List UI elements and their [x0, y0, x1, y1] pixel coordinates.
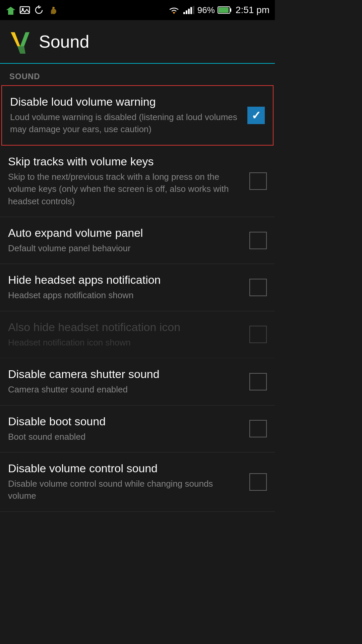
setting-subtitle-0: Loud volume warning is disabled (listeni… — [10, 111, 241, 136]
page-title: Sound — [39, 32, 89, 52]
checkbox-disable-volume-control-sound[interactable] — [249, 473, 267, 491]
setting-subtitle-2: Default volume panel behaviour — [8, 242, 243, 254]
setting-title-5: Disable camera shutter sound — [8, 368, 243, 381]
setting-title-6: Disable boot sound — [8, 415, 243, 428]
setting-subtitle-4: Headset notification icon shown — [8, 336, 243, 348]
llama-icon — [48, 5, 58, 15]
battery-percent: 96% — [197, 5, 215, 15]
setting-subtitle-3: Headset apps notification shown — [8, 289, 243, 301]
status-bar: 96% 2:51 pm — [0, 0, 275, 20]
image-icon — [19, 5, 30, 15]
setting-title-7: Disable volume control sound — [8, 462, 243, 475]
refresh-icon — [34, 5, 44, 15]
setting-disable-loud-volume-warning[interactable]: Disable loud volume warning Loud volume … — [1, 85, 274, 146]
setting-hide-headset-apps-notification[interactable]: Hide headset apps notification Headset a… — [0, 264, 275, 311]
setting-title-2: Auto expand volume panel — [8, 226, 243, 239]
app-logo — [8, 30, 32, 54]
wifi-down-icon — [5, 5, 16, 15]
setting-auto-expand-volume-panel[interactable]: Auto expand volume panel Default volume … — [0, 217, 275, 264]
checkbox-disable-boot-sound[interactable] — [249, 420, 267, 437]
svg-rect-13 — [190, 7, 192, 14]
svg-rect-14 — [193, 6, 194, 14]
section-header: SOUND — [0, 64, 275, 85]
setting-text-disable-volume-control-sound: Disable volume control sound Disable vol… — [8, 462, 249, 502]
setting-disable-camera-shutter-sound[interactable]: Disable camera shutter sound Camera shut… — [0, 358, 275, 405]
setting-subtitle-7: Disable volume control sound while chang… — [8, 478, 243, 502]
svg-rect-10 — [183, 12, 185, 14]
setting-skip-tracks-volume-keys[interactable]: Skip tracks with volume keys Skip to the… — [0, 146, 275, 217]
setting-text-disable-loud-volume-warning: Disable loud volume warning Loud volume … — [10, 95, 247, 136]
svg-rect-16 — [230, 8, 231, 12]
setting-text-skip-tracks: Skip tracks with volume keys Skip to the… — [8, 155, 249, 207]
svg-rect-11 — [186, 10, 187, 14]
svg-rect-7 — [54, 11, 55, 14]
wifi-icon — [168, 5, 180, 15]
setting-text-also-hide-headset: Also hide headset notification icon Head… — [8, 321, 249, 348]
svg-rect-6 — [51, 11, 52, 14]
setting-disable-volume-control-sound[interactable]: Disable volume control sound Disable vol… — [0, 452, 275, 512]
setting-text-disable-camera-shutter: Disable camera shutter sound Camera shut… — [8, 368, 249, 395]
svg-rect-17 — [219, 7, 229, 13]
setting-title-4: Also hide headset notification icon — [8, 321, 243, 334]
status-time: 2:51 pm — [236, 5, 269, 15]
setting-also-hide-headset-notification-icon: Also hide headset notification icon Head… — [0, 311, 275, 358]
settings-list: Disable loud volume warning Loud volume … — [0, 85, 275, 512]
battery-icon — [218, 6, 232, 14]
setting-text-auto-expand: Auto expand volume panel Default volume … — [8, 226, 249, 254]
checkbox-also-hide-headset — [249, 326, 267, 343]
svg-rect-12 — [188, 9, 190, 14]
svg-point-8 — [53, 7, 55, 8]
svg-marker-9 — [173, 12, 175, 14]
setting-title-1: Skip tracks with volume keys — [8, 155, 243, 168]
status-bar-notifications — [5, 5, 58, 15]
setting-subtitle-1: Skip to the next/previous track with a l… — [8, 171, 243, 207]
signal-icon — [183, 5, 195, 15]
checkbox-hide-headset-apps[interactable] — [249, 279, 267, 296]
status-bar-system: 96% 2:51 pm — [168, 5, 269, 15]
setting-title-3: Hide headset apps notification — [8, 273, 243, 286]
checkbox-disable-camera-shutter[interactable] — [249, 373, 267, 390]
checkbox-auto-expand[interactable] — [249, 232, 267, 249]
checkbox-skip-tracks[interactable] — [249, 172, 267, 190]
setting-subtitle-5: Camera shutter sound enabled — [8, 383, 243, 395]
checkbox-disable-loud-volume-warning[interactable] — [247, 107, 265, 124]
setting-text-hide-headset-apps: Hide headset apps notification Headset a… — [8, 273, 249, 301]
app-header: Sound — [0, 20, 275, 64]
setting-title-0: Disable loud volume warning — [10, 95, 241, 108]
setting-subtitle-6: Boot sound enabled — [8, 431, 243, 443]
setting-text-disable-boot-sound: Disable boot sound Boot sound enabled — [8, 415, 249, 443]
setting-disable-boot-sound[interactable]: Disable boot sound Boot sound enabled — [0, 406, 275, 452]
